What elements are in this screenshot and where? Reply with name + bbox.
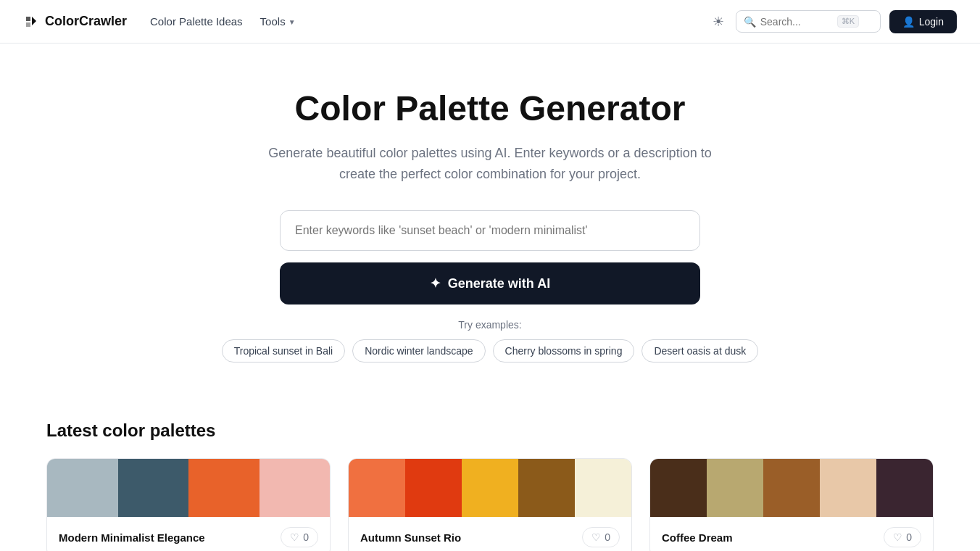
- user-icon: 👤: [902, 16, 915, 28]
- color-swatch: [259, 459, 331, 517]
- color-swatch: [349, 459, 405, 517]
- color-swatch: [188, 459, 259, 517]
- theme-toggle-button[interactable]: ☀: [710, 11, 727, 33]
- palette-name: Modern Minimalist Elegance: [59, 531, 205, 544]
- color-swatch: [763, 459, 820, 517]
- chevron-down-icon: ▼: [288, 18, 296, 26]
- like-count: 0: [303, 531, 309, 543]
- hero-subtitle: Generate beautiful color palettes using …: [258, 143, 722, 185]
- example-chip[interactable]: Desert oasis at dusk: [641, 339, 758, 362]
- nav-palette-ideas[interactable]: Color Palette Ideas: [150, 15, 243, 28]
- sun-icon: ☀: [713, 14, 724, 29]
- example-chip[interactable]: Tropical sunset in Bali: [222, 339, 345, 362]
- color-swatch: [118, 459, 189, 517]
- color-swatch: [518, 459, 575, 517]
- keyword-input[interactable]: [280, 210, 700, 251]
- search-icon: 🔍: [744, 16, 756, 28]
- search-input[interactable]: [760, 16, 833, 28]
- hero-section: Color Palette Generator Generate beautif…: [0, 44, 980, 392]
- keyword-input-wrap: [280, 210, 700, 251]
- example-chip[interactable]: Cherry blossoms in spring: [493, 339, 635, 362]
- generate-button[interactable]: ✦ Generate with AI: [280, 262, 700, 304]
- page-title: Color Palette Generator: [17, 90, 963, 128]
- palette-card: Modern Minimalist Elegance♡0: [46, 458, 331, 551]
- palette-name: Autumn Sunset Rio: [360, 531, 461, 544]
- search-box: 🔍 ⌘K: [736, 10, 881, 33]
- color-swatch: [650, 459, 707, 517]
- search-kbd: ⌘K: [837, 15, 859, 28]
- like-count: 0: [605, 531, 610, 543]
- example-chip[interactable]: Nordic winter landscape: [352, 339, 485, 362]
- color-swatch: [876, 459, 933, 517]
- heart-icon: ♡: [290, 531, 299, 543]
- palettes-title: Latest color palettes: [46, 420, 934, 441]
- palettes-section: Latest color palettes Modern Minimalist …: [0, 392, 980, 551]
- color-swatch: [462, 459, 518, 517]
- nav-right: ☀ 🔍 ⌘K 👤 Login: [710, 10, 957, 33]
- heart-icon: ♡: [591, 531, 601, 543]
- color-swatch: [707, 459, 763, 517]
- nav-links: Color Palette Ideas Tools ▼: [150, 15, 686, 28]
- nav-tools[interactable]: Tools ▼: [260, 15, 296, 28]
- palettes-grid: Modern Minimalist Elegance♡0Autumn Sunse…: [46, 458, 934, 551]
- palette-card: Autumn Sunset Rio♡0: [348, 458, 632, 551]
- login-button[interactable]: 👤 Login: [889, 10, 957, 33]
- color-swatch: [47, 459, 118, 517]
- examples-label: Try examples:: [17, 319, 963, 331]
- color-swatch: [820, 459, 876, 517]
- color-swatch: [405, 459, 462, 517]
- like-button[interactable]: ♡0: [582, 527, 620, 547]
- logo[interactable]: ColorCrawler: [23, 14, 127, 30]
- logo-icon: [23, 14, 39, 30]
- color-swatch: [575, 459, 631, 517]
- heart-icon: ♡: [893, 531, 902, 543]
- palette-card: Coffee Dream♡0: [649, 458, 934, 551]
- like-count: 0: [906, 531, 912, 543]
- navbar: ColorCrawler Color Palette Ideas Tools ▼…: [0, 0, 980, 44]
- example-chips: Tropical sunset in BaliNordic winter lan…: [17, 339, 963, 362]
- sparkle-icon: ✦: [430, 276, 441, 291]
- logo-text: ColorCrawler: [45, 14, 127, 29]
- like-button[interactable]: ♡0: [281, 527, 318, 547]
- palette-name: Coffee Dream: [662, 531, 733, 544]
- like-button[interactable]: ♡0: [884, 527, 921, 547]
